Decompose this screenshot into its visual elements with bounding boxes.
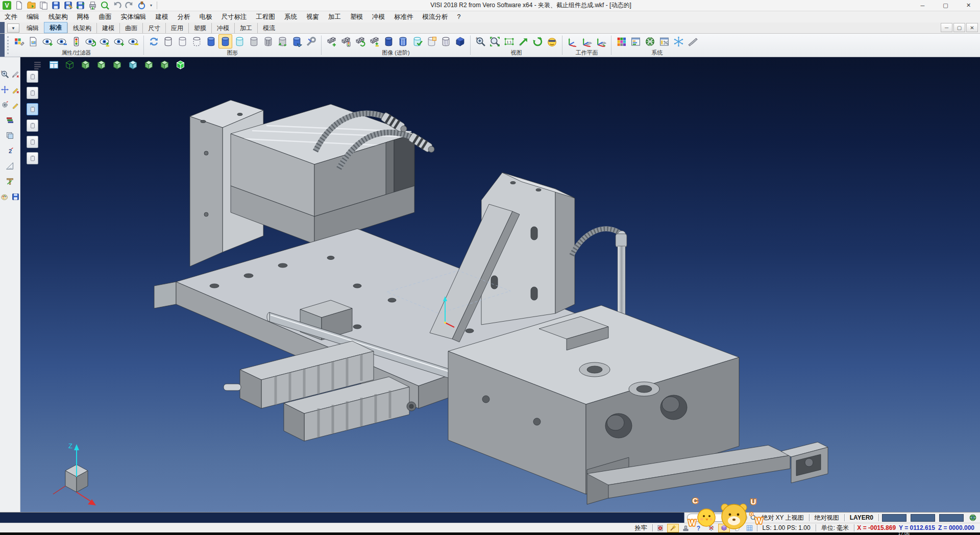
update-shading-button[interactable] [276,34,289,48]
view-orientation-button[interactable] [545,34,559,48]
solid-reference-button[interactable] [425,34,438,48]
globe-icon[interactable] [966,514,980,522]
workplane-standard-button[interactable] [566,34,579,48]
rotate-view-button[interactable] [531,34,545,48]
wireframe-view-button[interactable] [161,34,175,48]
iso-view-1-button[interactable] [63,59,76,71]
refresh-visibility-button[interactable] [84,34,97,48]
layer-swatch-1[interactable] [882,514,906,522]
open-file-button[interactable] [26,1,37,11]
ribbon-tab[interactable]: 塑膜 [188,23,211,33]
hatched-view-button[interactable] [261,34,275,48]
ribbon-tab[interactable]: 加工 [234,23,257,33]
active-layer-label[interactable]: LAYER0 [846,514,877,521]
mdi-close-button[interactable]: ✕ [966,23,978,32]
menu-item[interactable]: 冲模 [368,12,389,22]
glove-select-button[interactable] [731,524,743,532]
translucent-view-button[interactable] [233,34,247,48]
modify-attributes-button[interactable] [12,34,26,48]
zoom-select-button[interactable]: ± [0,69,9,79]
visi-logo-button[interactable]: V [1,1,13,11]
shaded-edges-view-button[interactable] [218,34,232,48]
workplane-by-entity-button[interactable] [580,34,594,48]
menu-item[interactable]: 塑模 [346,12,368,22]
maximize-button[interactable]: ▢ [934,0,957,11]
zoom-in-out-button[interactable]: ± [474,34,487,48]
layer-manager-button[interactable] [6,131,15,140]
menu-item[interactable]: 工程图 [252,12,280,22]
side-view-button[interactable] [127,59,139,71]
insert-file-button[interactable] [38,1,50,11]
view-2d-button[interactable]: 2 [6,146,15,155]
shaded-view-mode-button[interactable] [204,34,218,48]
menu-item[interactable]: 文件 [0,12,22,22]
toggle-render-button[interactable] [368,34,381,48]
refresh-render-button[interactable] [353,34,367,48]
render-filter-button[interactable] [339,34,353,48]
save-as-button[interactable] [62,1,74,11]
ribbon-tab[interactable]: 曲面 [119,23,142,33]
add-render-entities-button[interactable] [325,34,338,48]
toolbar-options-chevron-icon[interactable]: ▾ [148,1,155,11]
toggle-visibility-button[interactable] [98,34,112,48]
menu-item[interactable]: 标准件 [389,12,418,22]
selection-wand-button[interactable] [667,524,679,532]
menu-item[interactable]: 编辑 [22,12,44,22]
menu-item[interactable]: 分析 [173,12,195,22]
undo-button[interactable] [111,1,123,11]
erase-entity-button[interactable] [11,85,20,94]
shaded-iso-view-button[interactable] [174,59,187,71]
menu-item[interactable]: 电极 [195,12,217,22]
mdi-restore-button[interactable]: ▢ [953,23,965,32]
pan-view-button[interactable] [517,34,530,48]
render-settings-button[interactable] [304,34,318,48]
save-button[interactable] [50,1,62,11]
ribbon-tab[interactable]: 尺寸 [142,23,165,33]
options-dialog-button[interactable] [657,34,671,48]
menu-item[interactable]: 视窗 [302,12,324,22]
hide-entities-button[interactable] [55,34,69,48]
print-button[interactable] [87,1,99,11]
regenerate-button[interactable] [147,34,161,48]
shade-selected-button[interactable] [290,34,304,48]
top-view-button[interactable] [95,59,108,71]
snap-settings-button[interactable] [672,34,685,48]
surface-analysis-button[interactable] [686,34,700,48]
edit-entity-button[interactable] [11,100,20,109]
no-selection-button[interactable] [705,524,717,532]
display-mode-6-button[interactable] [27,152,38,164]
grid-snap-button[interactable] [744,524,755,532]
validate-solid-button[interactable] [410,34,424,48]
context-help-button[interactable]: ? [693,524,704,532]
snap-lock-button[interactable] [654,524,666,532]
menu-item[interactable]: 曲面 [94,12,116,22]
save-all-button[interactable] [75,1,86,11]
redo-button[interactable] [124,1,135,11]
session-button[interactable] [136,1,148,11]
toolbar-grip[interactable] [7,36,9,54]
minimize-button[interactable]: ─ [911,0,934,11]
stamp-attributes-button[interactable] [680,524,692,532]
mdi-minimize-button[interactable]: ─ [941,23,952,32]
absolute-view-label[interactable]: 绝对视图 [811,514,843,522]
workplane-box-button[interactable] [718,524,730,532]
solid-cube-button[interactable] [453,34,467,48]
ribbon-tab[interactable]: 线架构 [67,23,96,33]
menu-item[interactable]: 实体编辑 [116,12,151,22]
striped-barrel-button[interactable] [396,34,410,48]
print-preview-button[interactable] [99,1,111,11]
show-entities-button[interactable] [41,34,55,48]
cad-model[interactable]: Z [0,57,980,512]
iso-view-2-button[interactable] [79,59,92,71]
ribbon-tab[interactable]: 冲模 [211,23,234,33]
rotate-entity-button[interactable] [0,100,9,109]
trim-delete-button[interactable] [11,69,20,79]
layer-swatch-3[interactable] [939,514,964,522]
add-visible-button[interactable] [112,34,126,48]
paint-attributes-button[interactable] [6,115,15,125]
viewport-menu-button[interactable] [32,59,44,71]
zoom-extents-button[interactable] [488,34,502,48]
ribbon-tab[interactable]: 应用 [165,23,188,33]
display-mode-5-button[interactable] [27,136,38,148]
menu-item[interactable]: 网格 [72,12,94,22]
